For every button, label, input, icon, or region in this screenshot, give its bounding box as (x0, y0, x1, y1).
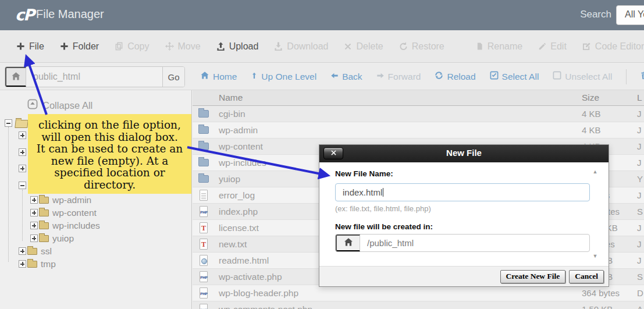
edit-button[interactable]: Edit (538, 41, 567, 52)
table-row-wp-admin[interactable]: wp-admin 4 KB J (193, 122, 644, 138)
upload-button-label: Upload (229, 41, 259, 52)
file-modified: S (637, 207, 643, 216)
expand-icon[interactable] (19, 247, 26, 255)
search-label: Search (580, 9, 611, 20)
name-column-header[interactable]: Name (219, 93, 243, 103)
folder-icon (198, 175, 209, 183)
download-button[interactable]: Download (274, 41, 328, 52)
expand-icon[interactable] (30, 196, 38, 204)
tree-item-label: tmp (41, 259, 56, 269)
file-name: cgi-bin (219, 109, 245, 119)
search-scope-dropdown[interactable]: All Yo (616, 5, 644, 25)
cancel-button[interactable]: Cancel (569, 270, 604, 283)
delete-button-label: Delete (356, 41, 383, 52)
unselect-all-link[interactable]: Unselect All (553, 71, 612, 82)
table-row-cgi-bin[interactable]: cgi-bin 4 KB J (193, 106, 644, 122)
collapse-all-label: Collapse All (42, 100, 92, 111)
folder-icon (27, 248, 37, 255)
expand-icon[interactable] (19, 165, 26, 172)
rename-button[interactable]: Rename (476, 41, 522, 52)
text-file-icon (200, 239, 208, 250)
restore-button-label: Restore (412, 41, 444, 52)
location-home-button[interactable] (336, 235, 360, 251)
expand-icon[interactable] (19, 260, 26, 268)
collapse-all-button[interactable]: Collapse All (27, 99, 92, 112)
php-file-icon (200, 287, 208, 299)
create-new-file-button[interactable]: Create New File (500, 270, 566, 283)
file-name: index.php (219, 207, 258, 217)
arrow-left-icon (330, 72, 339, 82)
checkbox-empty-icon (553, 71, 561, 82)
restore-button[interactable]: Restore (399, 41, 444, 52)
file-name-input[interactable]: index.html (335, 183, 590, 201)
open-folder-icon (15, 120, 28, 128)
scroll-up-icon[interactable]: ▲ (590, 169, 600, 175)
up-one-level-label: Up One Level (261, 72, 316, 82)
code-editor-button[interactable]: Code Editor (582, 41, 644, 52)
last-modified-column-header[interactable]: L (637, 93, 642, 103)
path-home-button[interactable] (5, 67, 26, 87)
expand-icon[interactable] (19, 132, 26, 139)
folder-icon (39, 209, 49, 216)
path-input[interactable] (26, 67, 162, 87)
file-modified: J (637, 223, 642, 233)
size-column-header[interactable]: Size (582, 93, 599, 103)
scroll-down-icon[interactable]: ▼ (590, 253, 600, 259)
file-modified: J (637, 190, 642, 200)
delete-button[interactable]: Delete (344, 41, 383, 52)
location-input-group (335, 234, 590, 252)
upload-icon (216, 42, 225, 51)
home-link[interactable]: Home (200, 71, 237, 82)
location-input[interactable] (360, 235, 589, 251)
table-row-wp-blog-header-php[interactable]: wp-blog-header.php 364 bytes D (193, 285, 644, 301)
copy-button-label: Copy (127, 41, 149, 52)
move-button[interactable]: Move (165, 41, 201, 52)
file-icon (200, 190, 208, 201)
expand-icon[interactable] (30, 235, 38, 242)
plus-icon (60, 42, 69, 51)
collapse-expander-icon[interactable] (5, 119, 12, 127)
reload-link[interactable]: Reload (435, 71, 475, 82)
path-input-group: Go (5, 66, 185, 87)
new-file-name-label: New File Name: (335, 169, 393, 178)
collapse-expander-icon[interactable] (19, 182, 26, 189)
up-one-level-link[interactable]: Up One Level (251, 72, 316, 82)
php-file-icon (200, 206, 208, 217)
file-button[interactable]: File (16, 41, 44, 52)
document-icon (476, 42, 483, 51)
table-row-wp-comments-post-php[interactable]: wp-comments-post.php 1.50 KB A (193, 301, 644, 309)
page-title: File Manager (36, 8, 104, 21)
tree-item-label: ssl (41, 246, 52, 257)
dialog-close-button[interactable] (323, 147, 343, 159)
file-size: 4 KB (582, 125, 601, 135)
checkbox-checked-icon (490, 71, 499, 82)
folder-button[interactable]: Folder (60, 41, 99, 52)
go-button[interactable]: Go (162, 67, 184, 87)
close-icon (330, 149, 337, 158)
reload-icon (435, 71, 443, 82)
upload-button[interactable]: Upload (216, 41, 259, 52)
html-file-icon (200, 255, 208, 266)
file-name-hint: (ex: file.txt, file.html, file.php) (335, 204, 431, 213)
top-header: cP File Manager Search All Yo (0, 0, 644, 30)
expand-icon[interactable] (30, 222, 38, 229)
expand-icon[interactable] (30, 209, 38, 216)
view-trash-link[interactable]: View Tra (641, 71, 644, 82)
tree-item-label: wp-admin (52, 195, 91, 205)
move-icon (165, 42, 174, 51)
select-all-link[interactable]: Select All (490, 71, 539, 82)
code-editor-button-label: Code Editor (595, 41, 644, 52)
plus-icon (16, 42, 25, 51)
dialog-footer: Create New File Cancel (319, 266, 609, 286)
copy-button[interactable]: Copy (115, 41, 149, 52)
file-modified: J (637, 141, 642, 151)
back-link[interactable]: Back (330, 72, 362, 82)
folder-button-label: Folder (73, 41, 99, 52)
file-name: wp-activate.php (219, 272, 282, 282)
forward-link[interactable]: Forward (376, 72, 421, 82)
undo-icon (399, 42, 408, 51)
tree-item-label: yuiop (52, 233, 74, 244)
toolbar: File Folder Copy Move Upload Download De… (0, 30, 644, 63)
folder-icon (198, 110, 209, 118)
expand-icon[interactable] (19, 148, 26, 156)
